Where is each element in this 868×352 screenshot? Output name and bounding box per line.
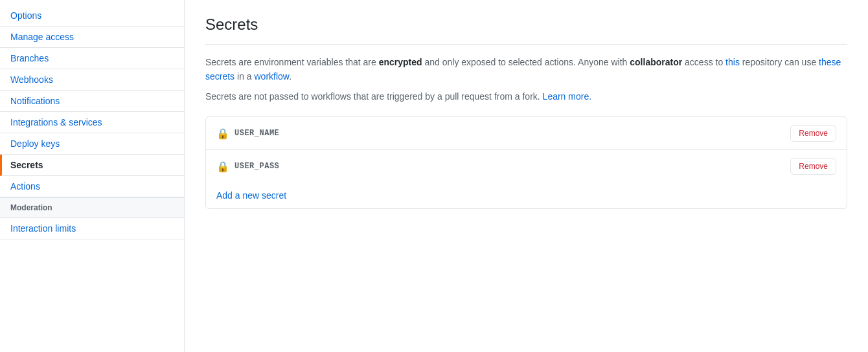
sidebar-item-secrets[interactable]: Secrets bbox=[0, 155, 184, 176]
secret-left: 🔒USER_PASS bbox=[216, 160, 279, 173]
sidebar-item-actions[interactable]: Actions bbox=[0, 176, 184, 197]
workflow-link[interactable]: workflow bbox=[254, 71, 289, 82]
sidebar-item-webhooks[interactable]: Webhooks bbox=[0, 69, 184, 91]
this-link[interactable]: this bbox=[725, 57, 740, 67]
secret-row: 🔒USER_NAMERemove bbox=[206, 117, 847, 150]
sidebar-item-deploy-keys[interactable]: Deploy keys bbox=[0, 133, 184, 155]
secrets-box: 🔒USER_NAMERemove🔒USER_PASSRemove Add a n… bbox=[205, 116, 847, 209]
main-content: Secrets Secrets are environment variable… bbox=[185, 0, 868, 352]
lock-icon: 🔒 bbox=[216, 160, 229, 173]
page-title: Secrets bbox=[205, 16, 847, 45]
add-secret-row: Add a new secret bbox=[206, 182, 847, 208]
moderation-section-header: Moderation bbox=[0, 197, 184, 218]
sidebar-item-interaction-limits[interactable]: Interaction limits bbox=[0, 218, 184, 239]
lock-icon: 🔒 bbox=[216, 127, 229, 140]
description-1: Secrets are environment variables that a… bbox=[205, 55, 847, 84]
secret-left: 🔒USER_NAME bbox=[216, 127, 279, 140]
remove-secret-button-user_name[interactable]: Remove bbox=[790, 125, 836, 142]
sidebar: OptionsManage accessBranchesWebhooksNoti… bbox=[0, 0, 185, 352]
sidebar-item-manage-access[interactable]: Manage access bbox=[0, 27, 184, 48]
learn-more-link[interactable]: Learn more. bbox=[543, 91, 591, 102]
sidebar-item-options[interactable]: Options bbox=[0, 5, 184, 27]
sidebar-item-integrations[interactable]: Integrations & services bbox=[0, 112, 184, 133]
these-secrets-link[interactable]: these secrets bbox=[205, 57, 841, 82]
remove-secret-button-user_pass[interactable]: Remove bbox=[790, 158, 836, 175]
sidebar-item-branches[interactable]: Branches bbox=[0, 48, 184, 69]
sidebar-item-notifications[interactable]: Notifications bbox=[0, 91, 184, 112]
secret-row: 🔒USER_PASSRemove bbox=[206, 150, 847, 182]
secret-name: USER_NAME bbox=[234, 129, 279, 138]
secret-name: USER_PASS bbox=[234, 162, 279, 171]
add-secret-link[interactable]: Add a new secret bbox=[216, 190, 286, 201]
description-2: Secrets are not passed to workflows that… bbox=[205, 89, 847, 104]
